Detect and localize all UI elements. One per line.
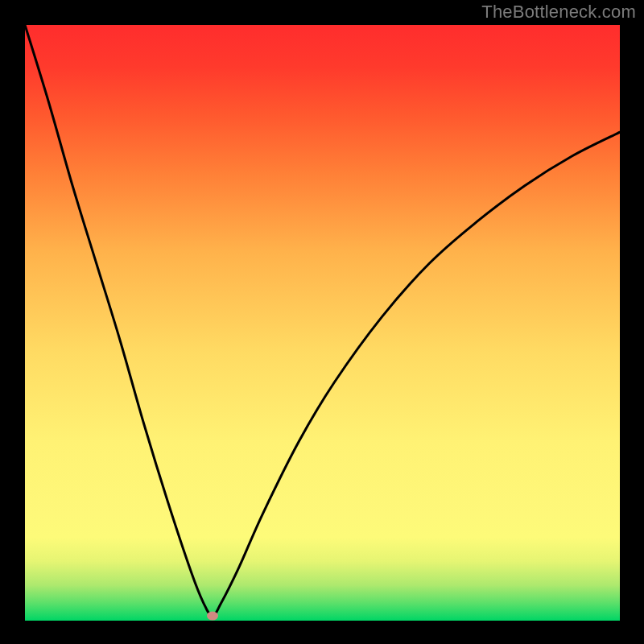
watermark-text: TheBottleneck.com — [481, 2, 636, 23]
chart-frame: TheBottleneck.com — [0, 0, 644, 644]
bottleneck-curve — [25, 25, 620, 621]
optimal-point-marker — [207, 612, 218, 621]
